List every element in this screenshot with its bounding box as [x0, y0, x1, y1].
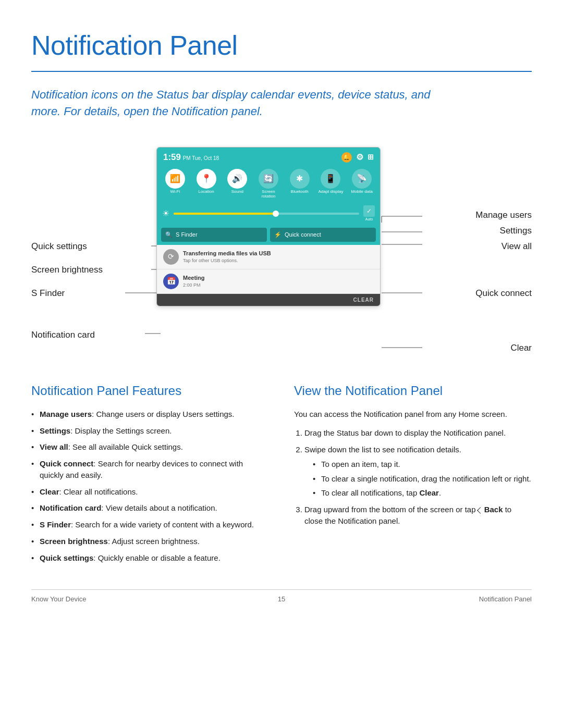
bluetooth-circle: ✱: [290, 169, 310, 189]
clear-button[interactable]: CLEAR: [353, 296, 374, 304]
meeting-icon: 📅: [163, 274, 179, 289]
s-finder-label: S Finder: [31, 287, 146, 300]
notification-usb: ⟳ Transferring media files via USB Tap f…: [157, 245, 380, 269]
footer-center: 15: [278, 594, 285, 604]
usb-notif-title: Transferring media files via USB: [183, 249, 374, 258]
subtitle: Notification icons on the Status bar dis…: [31, 87, 438, 120]
two-column-section: Notification Panel Features Manage users…: [31, 381, 532, 569]
feature-sfinder: S Finder: Search for a wide variety of c…: [31, 519, 269, 530]
mobiledata-circle: 📡: [352, 169, 372, 189]
sfinder-row: 🔍 S Finder ⚡ Quick connect: [157, 225, 380, 245]
brightness-dot: [273, 211, 279, 217]
notification-meeting: 📅 Meeting 2:00 PM: [157, 269, 380, 294]
usb-icon: ⟳: [163, 249, 179, 265]
qs-sound: 🔊 Sound: [223, 169, 251, 199]
manage-users-label: Manage users: [438, 208, 532, 222]
brightness-fill: [174, 213, 276, 215]
qs-adapt: 📱 Adapt display: [317, 169, 345, 199]
feature-screen-brightness: Screen brightness: Adjust screen brightn…: [31, 536, 269, 547]
rotation-circle: 🔄: [259, 169, 278, 189]
meeting-notif-title: Meeting: [183, 274, 374, 282]
qs-bluetooth: ✱ Bluetooth: [286, 169, 314, 199]
page-footer: Know Your Device 15 Notification Panel: [31, 589, 532, 604]
status-icons: 🔔 ⚙ ⊞: [341, 151, 374, 164]
view-panel-intro: You can access the Notification panel fr…: [294, 409, 532, 421]
back-icon: [477, 507, 484, 514]
sound-circle: 🔊: [227, 169, 247, 189]
sub-clear-all: To clear all notifications, tap Clear.: [313, 487, 532, 499]
footer-right: Notification Panel: [479, 594, 532, 604]
wifi-circle: 📶: [165, 169, 185, 189]
qs-rotation: 🔄 Screen rotation: [254, 169, 283, 199]
quick-settings-row: 📶 Wi-Fi 📍 Location 🔊 Sound 🔄 Screen rota…: [157, 166, 380, 203]
brightness-bar: [174, 213, 359, 215]
quick-connect-label: Quick connect: [285, 230, 321, 239]
features-column: Notification Panel Features Manage users…: [31, 381, 269, 569]
quick-connect-icon: ⚡: [274, 230, 282, 239]
qs-mobiledata: 📡 Mobile data: [348, 169, 376, 199]
view-panel-title: View the Notification Panel: [294, 381, 532, 400]
auto-brightness-check: ✓: [363, 205, 375, 217]
usb-notif-subtitle: Tap for other USB options.: [183, 257, 374, 265]
qs-location: 📍 Location: [192, 169, 221, 199]
quick-settings-label: Quick settings: [31, 240, 146, 253]
feature-view-all: View all: See all available Quick settin…: [31, 441, 269, 453]
feature-clear: Clear: Clear all notifications.: [31, 486, 269, 498]
location-circle: 📍: [197, 169, 216, 189]
view-panel-steps: Drag the Status bar down to display the …: [294, 427, 532, 526]
view-all-label: View all: [438, 240, 532, 253]
sfinder-button[interactable]: 🔍 S Finder: [161, 228, 267, 242]
status-bar: 1:59 PM Tue, Oct 18 🔔 ⚙ ⊞: [157, 147, 380, 166]
brightness-row: ☀ ✓ Auto: [157, 203, 380, 226]
features-list: Manage users: Change users or display Us…: [31, 409, 269, 564]
sub-clear-single: To clear a single notification, drag the…: [313, 473, 532, 485]
brightness-icon: ☀: [162, 207, 169, 220]
quick-connect-button[interactable]: ⚡ Quick connect: [270, 228, 376, 242]
sub-open: To open an item, tap it.: [313, 459, 532, 470]
page-container: Notification Panel Notification icons on…: [0, 0, 563, 625]
gear-icon: ⚙: [356, 151, 363, 164]
notification-card-label: Notification card: [31, 328, 146, 342]
diagram-area: Quick settings Screen brightness S Finde…: [31, 137, 532, 361]
footer-left: Know Your Device: [31, 594, 87, 604]
screen-brightness-label: Screen brightness: [31, 263, 146, 277]
page-title: Notification Panel: [31, 25, 532, 66]
step-1: Drag the Status bar down to display the …: [304, 427, 532, 439]
feature-quick-settings: Quick settings: Quickly enable or disabl…: [31, 552, 269, 564]
meeting-notif-subtitle: 2:00 PM: [183, 282, 374, 289]
title-divider: [31, 71, 532, 72]
feature-settings: Settings: Display the Settings screen.: [31, 425, 269, 437]
sfinder-label: S Finder: [176, 230, 198, 239]
notification-icon: 🔔: [341, 152, 352, 163]
feature-quick-connect: Quick connect: Search for nearby devices…: [31, 458, 269, 481]
status-time: 1:59 PM Tue, Oct 18: [163, 151, 219, 164]
qs-wifi: 📶 Wi-Fi: [161, 169, 189, 199]
quick-connect-label: Quick connect: [438, 287, 532, 300]
phone-mockup: 1:59 PM Tue, Oct 18 🔔 ⚙ ⊞ 📶 Wi-Fi 📍 Loca: [156, 147, 381, 306]
adapt-circle: 📱: [321, 169, 340, 189]
step-2: Swipe down the list to see notification …: [304, 444, 532, 499]
clear-label: Clear: [438, 341, 532, 355]
features-title: Notification Panel Features: [31, 381, 269, 400]
view-panel-column: View the Notification Panel You can acce…: [294, 381, 532, 569]
grid-icon: ⊞: [368, 152, 374, 163]
step-2-subitems: To open an item, tap it. To clear a sing…: [304, 459, 532, 499]
search-icon: 🔍: [165, 230, 173, 239]
step-3: Drag upward from the bottom of the scree…: [304, 504, 532, 527]
clear-bar: CLEAR: [157, 294, 380, 306]
settings-label: Settings: [438, 224, 532, 238]
feature-notification-card: Notification card: View details about a …: [31, 502, 269, 514]
feature-manage-users: Manage users: Change users or display Us…: [31, 409, 269, 420]
